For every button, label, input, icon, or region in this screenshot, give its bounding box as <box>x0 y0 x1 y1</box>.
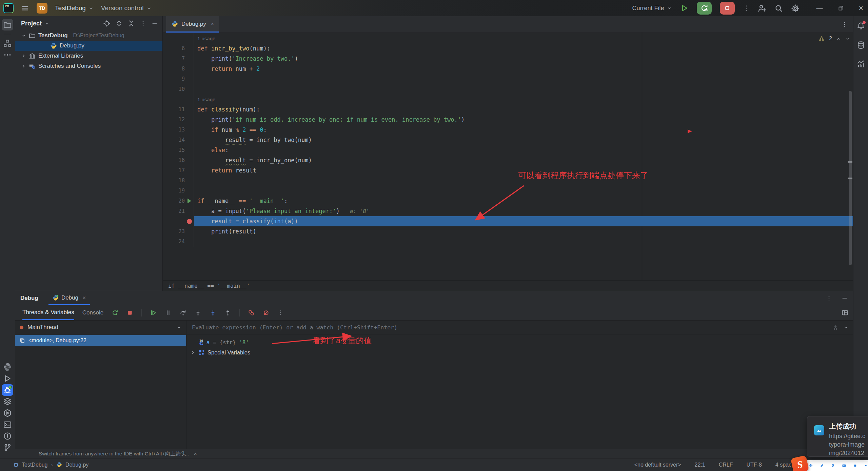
thread-selector[interactable]: MainThread <box>15 321 186 334</box>
locate-file-icon[interactable] <box>103 20 110 27</box>
tree-row-scratches[interactable]: Scratches and Consoles <box>15 61 162 71</box>
status-caret-position[interactable]: 22:1 <box>695 462 705 468</box>
gutter-cell[interactable]: 24 <box>163 237 194 247</box>
collapse-all-icon[interactable] <box>128 20 135 27</box>
square-icon[interactable] <box>853 463 857 469</box>
project-panel-title[interactable]: Project <box>21 20 103 27</box>
gutter-cell[interactable]: 23 <box>163 226 194 237</box>
gutter-cell[interactable] <box>163 94 194 104</box>
status-encoding[interactable]: UTF-8 <box>747 462 762 468</box>
more-actions-kebab-icon[interactable] <box>743 5 750 12</box>
scrollbar-warning-mark[interactable] <box>848 161 852 163</box>
gutter-cell[interactable]: 8 <box>163 64 194 74</box>
code-line[interactable]: if num % 2 == 0: <box>194 125 853 135</box>
status-breadcrumb-file[interactable]: Debug.py <box>65 462 89 468</box>
code-line[interactable]: print('Increase by two.') <box>194 54 853 64</box>
sidebar-item-terminal[interactable] <box>2 419 13 430</box>
code-line[interactable]: 1 usage <box>194 94 853 104</box>
chevron-right-icon[interactable] <box>191 350 195 355</box>
code-line[interactable]: return num + 2 <box>194 64 853 74</box>
more-actions-kebab-icon[interactable] <box>278 310 284 316</box>
gutter-cell[interactable]: 20 <box>163 196 194 206</box>
sidebar-item-project[interactable] <box>2 19 13 30</box>
sidebar-item-more[interactable] <box>2 49 13 61</box>
code-line[interactable] <box>194 74 853 84</box>
evaluate-input[interactable] <box>191 324 828 331</box>
main-menu-icon[interactable] <box>21 4 29 12</box>
view-breakpoints-icon[interactable] <box>248 309 255 316</box>
sidebar-item-problems[interactable] <box>2 430 13 442</box>
breakpoint-icon[interactable] <box>187 219 192 224</box>
code-line[interactable]: result = classify(int(a)) <box>194 216 853 226</box>
gutter-cell[interactable]: 17 <box>163 165 194 176</box>
dots-icon[interactable] <box>864 463 868 469</box>
layout-settings-icon[interactable] <box>842 309 848 316</box>
sidebar-item-database[interactable] <box>855 39 867 51</box>
close-tab-icon[interactable]: × <box>82 294 86 301</box>
status-indent[interactable]: 4 spac <box>775 462 791 468</box>
step-into-icon[interactable] <box>195 309 201 316</box>
bulb-icon[interactable] <box>831 463 835 469</box>
code-line[interactable]: result = incr_by_two(num) <box>194 135 853 145</box>
status-breadcrumb-project[interactable]: TestDebug <box>22 462 48 468</box>
notifications-button[interactable] <box>855 20 867 32</box>
tab-threads-variables[interactable]: Threads & Variables <box>22 305 74 320</box>
tab-options-kebab-icon[interactable] <box>842 21 848 27</box>
keyboard-icon[interactable] <box>842 463 846 469</box>
gutter-cell[interactable]: 11 <box>163 104 194 115</box>
code-line[interactable] <box>194 237 853 247</box>
project-badge[interactable]: TD <box>37 3 47 14</box>
screenshot-toolbar[interactable] <box>799 460 868 471</box>
sidebar-item-structure[interactable] <box>2 38 13 49</box>
gutter-cell[interactable]: 12 <box>163 115 194 125</box>
settings-gear-icon[interactable] <box>791 4 800 13</box>
sidebar-item-run[interactable] <box>2 373 13 384</box>
gutter-cell[interactable]: 18 <box>163 176 194 186</box>
gutter-cell[interactable]: 16 <box>163 155 194 165</box>
scrollbar-warning-mark[interactable] <box>848 178 852 179</box>
gutter-cell[interactable]: 13 <box>163 125 194 135</box>
mute-breakpoints-icon[interactable] <box>263 309 270 316</box>
code-line[interactable]: else: <box>194 145 853 155</box>
gutter-cell[interactable]: 7 <box>163 54 194 64</box>
resume-icon[interactable] <box>150 309 157 316</box>
breadcrumb[interactable]: if __name__ == '__main__' <box>163 280 853 291</box>
move-icon[interactable] <box>809 463 813 469</box>
sidebar-item-profiler[interactable] <box>855 58 867 70</box>
evaluate-bar[interactable] <box>186 321 853 334</box>
code-editor[interactable]: 1 usage6def incr_by_two(num):7 print('In… <box>163 33 853 281</box>
status-line-ending[interactable]: CRLF <box>719 462 733 468</box>
gutter-cell[interactable]: 10 <box>163 84 194 94</box>
code-line[interactable]: print(result) <box>194 226 853 237</box>
step-over-icon[interactable] <box>180 309 186 316</box>
run-button[interactable] <box>680 4 689 13</box>
search-icon[interactable] <box>774 4 783 13</box>
panel-options-kebab-icon[interactable] <box>826 295 832 301</box>
stop-button[interactable] <box>720 2 735 15</box>
gutter-cell[interactable]: 15 <box>163 145 194 155</box>
pen-icon[interactable] <box>820 463 824 469</box>
hide-panel-icon[interactable] <box>152 20 158 26</box>
prev-warning-icon[interactable] <box>836 36 841 41</box>
tab-debug-py[interactable]: Debug.py × <box>166 16 219 33</box>
sidebar-item-debug[interactable] <box>2 384 13 396</box>
hide-panel-icon[interactable] <box>842 295 848 301</box>
tree-row-debug-py[interactable]: Debug.py <box>15 41 162 51</box>
gutter-cell[interactable]: 14 <box>163 135 194 145</box>
step-out-icon[interactable] <box>224 309 231 316</box>
sidebar-item-git[interactable] <box>2 442 13 453</box>
special-variables-row[interactable]: Special Variables <box>186 347 853 357</box>
stack-frame-row[interactable]: <module>, Debug.py:22 <box>15 335 186 346</box>
chevron-down-icon[interactable] <box>843 325 848 330</box>
code-line[interactable]: result = incr_by_one(num) <box>194 155 853 165</box>
panel-options-kebab-icon[interactable] <box>140 20 146 26</box>
vcs-widget[interactable]: Version control <box>101 4 152 12</box>
minimize-button[interactable]: — <box>816 4 823 12</box>
gutter-cell[interactable]: 19 <box>163 186 194 196</box>
close-button[interactable]: × <box>859 4 863 13</box>
code-line[interactable]: if __name__ == '__main__': <box>194 196 853 206</box>
close-tab-icon[interactable]: × <box>211 21 214 27</box>
tree-row-project-root[interactable]: TestDebug D:\Project\TestDebug <box>15 30 162 41</box>
sidebar-item-services[interactable] <box>2 396 13 407</box>
rerun-debug-button[interactable] <box>697 2 712 15</box>
